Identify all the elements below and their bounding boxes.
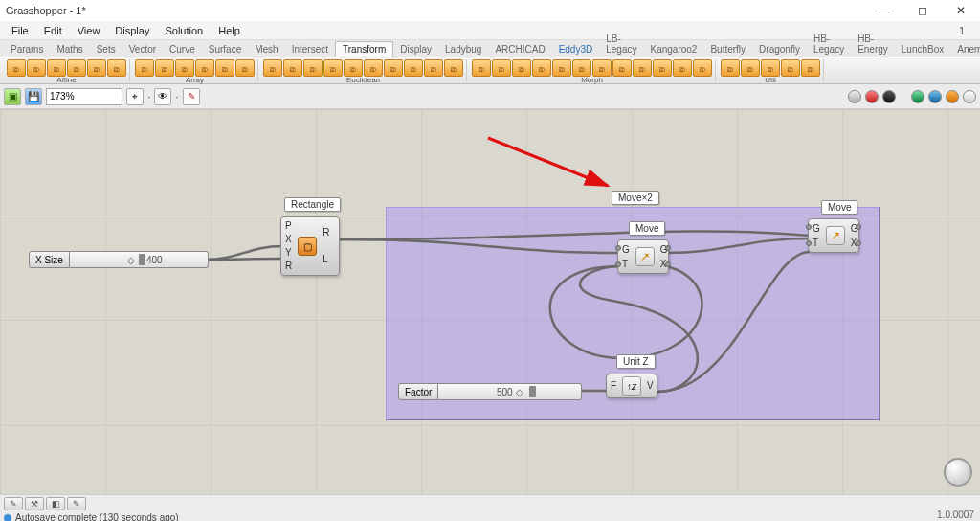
- sketch-icon[interactable]: ✎: [183, 88, 200, 105]
- ribbon-tool-icon[interactable]: ⎄: [107, 59, 126, 77]
- tab-lb-legacy[interactable]: LB-Legacy: [599, 32, 643, 57]
- tab-archicad[interactable]: ARCHICAD: [488, 42, 551, 57]
- menu-view[interactable]: View: [70, 25, 108, 36]
- preview-icon[interactable]: 👁: [154, 88, 171, 105]
- menu-display[interactable]: Display: [107, 25, 157, 36]
- tab-dragonfly[interactable]: Dragonfly: [752, 42, 807, 57]
- ribbon-tool-icon[interactable]: ⎄: [693, 59, 712, 77]
- slider-xsize[interactable]: X Size ◇ 400: [29, 251, 209, 268]
- ribbon-tool-icon[interactable]: ⎄: [721, 59, 740, 77]
- tab-butterfly[interactable]: Butterfly: [703, 42, 752, 57]
- shade-ball-7[interactable]: [963, 90, 976, 103]
- ribbon-tool-icon[interactable]: ⎄: [67, 59, 86, 77]
- ribbon-tool-icon[interactable]: ⎄: [155, 59, 174, 77]
- label-unitz: Unit Z: [616, 354, 656, 369]
- tab-eddy3d[interactable]: Eddy3D: [552, 42, 600, 57]
- maximize-button[interactable]: ◻: [903, 0, 942, 21]
- tab-anemone[interactable]: Anemone: [950, 42, 980, 57]
- status-tab-4[interactable]: ✎: [67, 497, 86, 510]
- ribbon-tool-icon[interactable]: ⎄: [761, 59, 780, 77]
- shade-ball-1[interactable]: [848, 90, 861, 103]
- save-file-icon[interactable]: 💾: [25, 88, 42, 105]
- ribbon-tool-icon[interactable]: ⎄: [215, 59, 234, 77]
- ribbon-tool-icon[interactable]: ⎄: [741, 59, 760, 77]
- menu-solution[interactable]: Solution: [157, 25, 211, 36]
- shade-ball-4[interactable]: [911, 90, 924, 103]
- ribbon-tool-icon[interactable]: ⎄: [175, 59, 194, 77]
- ribbon-tool-icon[interactable]: ⎄: [673, 59, 692, 77]
- tab-sets[interactable]: Sets: [90, 42, 122, 57]
- status-tab-3[interactable]: ◧: [46, 497, 65, 510]
- status-tab-1[interactable]: ✎: [4, 497, 23, 510]
- navigation-gumball[interactable]: [944, 458, 972, 487]
- ribbon-tool-icon[interactable]: ⎄: [7, 59, 26, 77]
- ribbon-tool-icon[interactable]: ⎄: [135, 59, 154, 77]
- ribbon-tool-icon[interactable]: ⎄: [801, 59, 820, 77]
- ribbon-group-array: ⎄⎄⎄⎄⎄⎄Array: [132, 59, 258, 81]
- ribbon-tool-icon[interactable]: ⎄: [47, 59, 66, 77]
- ribbon-tool-icon[interactable]: ⎄: [344, 59, 363, 77]
- canvas[interactable]: X Size ◇ 400 Rectangle P X Y R ▢ R L Mov…: [0, 109, 980, 494]
- ribbon-tool-icon[interactable]: ⎄: [303, 59, 323, 77]
- ribbon-tool-icon[interactable]: ⎄: [364, 59, 383, 77]
- tab-intersect[interactable]: Intersect: [285, 42, 335, 57]
- close-button[interactable]: ✕: [942, 0, 980, 21]
- ribbon-tool-icon[interactable]: ⎄: [444, 59, 463, 77]
- ribbon-group-morph: ⎄⎄⎄⎄⎄⎄⎄⎄⎄⎄⎄⎄Morph: [469, 59, 716, 81]
- ribbon-tool-icon[interactable]: ⎄: [532, 59, 551, 77]
- tab-curve[interactable]: Curve: [163, 42, 202, 57]
- shade-ball-5[interactable]: [928, 90, 942, 103]
- ribbon-tool-icon[interactable]: ⎄: [472, 59, 491, 77]
- component-move1[interactable]: G T ↗ G X: [617, 239, 669, 274]
- minimize-button[interactable]: —: [865, 0, 903, 21]
- component-unitz[interactable]: F ↑z V: [606, 374, 657, 398]
- ribbon-tool-icon[interactable]: ⎄: [235, 59, 255, 77]
- ribbon-tool-icon[interactable]: ⎄: [552, 59, 571, 77]
- zoom-extents-icon[interactable]: ⌖: [126, 88, 144, 105]
- tab-hb-energy[interactable]: HB-Energy: [851, 32, 895, 57]
- tab-kangaroo2[interactable]: Kangaroo2: [643, 42, 703, 57]
- ribbon-tool-icon[interactable]: ⎄: [384, 59, 403, 77]
- unitz-icon: ↑z: [622, 376, 641, 396]
- menu-help[interactable]: Help: [211, 25, 248, 36]
- menu-edit[interactable]: Edit: [36, 25, 70, 36]
- ribbon-tool-icon[interactable]: ⎄: [633, 59, 652, 77]
- component-move2[interactable]: G T ↗ G X: [808, 218, 859, 253]
- tab-vector[interactable]: Vector: [122, 42, 163, 57]
- status-tab-2[interactable]: ⚒: [25, 497, 44, 510]
- ribbon-tool-icon[interactable]: ⎄: [492, 59, 511, 77]
- ribbon-tool-icon[interactable]: ⎄: [512, 59, 531, 77]
- tab-params[interactable]: Params: [4, 42, 50, 57]
- label-move2: Move: [821, 200, 858, 215]
- ribbon-tool-icon[interactable]: ⎄: [572, 59, 591, 77]
- ribbon-tool-icon[interactable]: ⎄: [424, 59, 443, 77]
- ribbon-tool-icon[interactable]: ⎄: [653, 59, 672, 77]
- ribbon-tool-icon[interactable]: ⎄: [323, 59, 343, 77]
- component-rectangle[interactable]: P X Y R ▢ R L: [280, 216, 340, 276]
- tab-maths[interactable]: Maths: [50, 42, 89, 57]
- zoom-input[interactable]: [46, 88, 122, 105]
- menu-file[interactable]: File: [4, 25, 36, 36]
- open-file-icon[interactable]: ▣: [4, 88, 21, 105]
- shade-ball-2[interactable]: [865, 90, 879, 103]
- shade-ball-6[interactable]: [946, 90, 959, 103]
- ribbon-tool-icon[interactable]: ⎄: [195, 59, 214, 77]
- ribbon-tool-icon[interactable]: ⎄: [404, 59, 423, 77]
- ribbon-tool-icon[interactable]: ⎄: [612, 59, 632, 77]
- ribbon-tool-icon[interactable]: ⎄: [283, 59, 302, 77]
- tab-surface[interactable]: Surface: [202, 42, 248, 57]
- tab-transform[interactable]: Transform: [335, 41, 393, 57]
- tab-mesh[interactable]: Mesh: [248, 42, 284, 57]
- shade-ball-3[interactable]: [882, 90, 896, 103]
- ribbon-tool-icon[interactable]: ⎄: [781, 59, 800, 77]
- tab-display[interactable]: Display: [393, 42, 438, 57]
- slider-factor[interactable]: Factor 500 ◇: [398, 383, 582, 400]
- ribbon-tool-icon[interactable]: ⎄: [27, 59, 46, 77]
- ribbon-tool-icon[interactable]: ⎄: [263, 59, 282, 77]
- tab-lunchbox[interactable]: LunchBox: [895, 42, 950, 57]
- ribbon-tool-icon[interactable]: ⎄: [87, 59, 106, 77]
- ribbon-tool-icon[interactable]: ⎄: [592, 59, 612, 77]
- slider-xsize-value: 400: [146, 255, 163, 265]
- tab-ladybug[interactable]: Ladybug: [438, 42, 488, 57]
- tab-hb-legacy[interactable]: HB-Legacy: [807, 32, 851, 57]
